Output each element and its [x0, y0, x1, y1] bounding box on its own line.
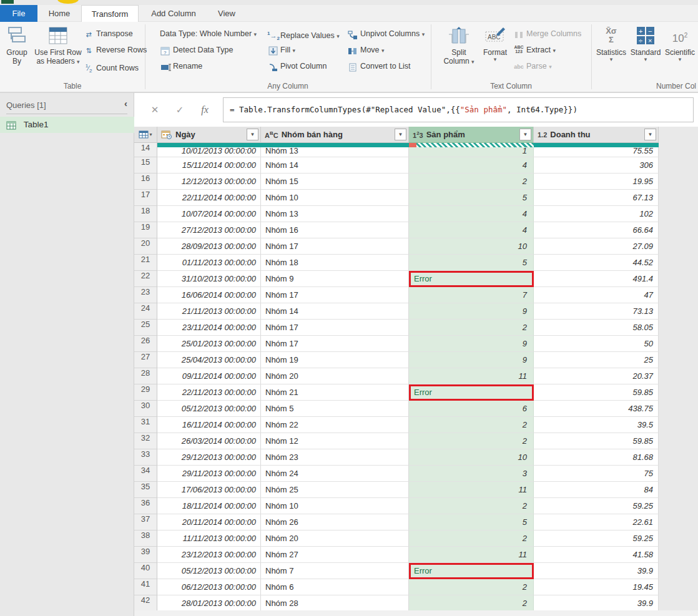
cell-doanh-thu[interactable]: 59.85	[534, 433, 659, 449]
cell-san-pham[interactable]: 4	[409, 222, 534, 238]
cell-nhom-ban-hang[interactable]: Nhóm 22	[261, 417, 409, 433]
extract-button[interactable]: ABC123Extract ▾	[513, 43, 556, 57]
cell-doanh-thu[interactable]: 102	[534, 206, 659, 222]
row-number[interactable]: 27	[134, 352, 157, 368]
row-number[interactable]: 15	[134, 157, 157, 174]
cell-nhom-ban-hang[interactable]: Nhóm 15	[261, 174, 409, 190]
cell-ngay[interactable]: 16/06/2014 00:00:00	[157, 287, 261, 303]
data-type-dropdown[interactable]: Data Type: Whole Number ▾	[160, 27, 257, 41]
cell-ngay[interactable]: 29/12/2013 00:00:00	[157, 449, 261, 466]
cell-nhom-ban-hang[interactable]: Nhóm 20	[261, 530, 409, 547]
row-number[interactable]: 20	[134, 238, 157, 255]
cell-doanh-thu[interactable]: 438.75	[534, 401, 659, 417]
cell-ngay[interactable]: 01/11/2013 00:00:00	[157, 255, 261, 271]
cell-ngay[interactable]: 17/06/2013 00:00:00	[157, 482, 261, 498]
cell-doanh-thu[interactable]: 20.37	[534, 368, 659, 384]
row-number[interactable]: 41	[134, 579, 157, 595]
cell-san-pham[interactable]: 7	[409, 287, 534, 303]
cell-doanh-thu[interactable]: 491.4	[534, 271, 659, 287]
tab-view[interactable]: View	[209, 5, 245, 22]
cell-doanh-thu[interactable]: 59.25	[534, 530, 659, 547]
query-item-table1[interactable]: Table1	[0, 117, 134, 133]
cell-san-pham[interactable]: 11	[409, 547, 534, 563]
cell-nhom-ban-hang[interactable]: Nhóm 5	[261, 401, 409, 417]
cell-san-pham-error[interactable]: Error	[409, 563, 534, 579]
cell-ngay[interactable]: 29/11/2013 00:00:00	[157, 466, 261, 482]
cell-san-pham[interactable]: 2	[409, 433, 534, 449]
cell-doanh-thu[interactable]: 59.85	[534, 384, 659, 401]
pivot-column-button[interactable]: Pivot Column	[267, 59, 327, 73]
unpivot-columns-button[interactable]: Unpivot Columns ▾	[347, 27, 425, 41]
rename-button[interactable]: Rename	[160, 59, 202, 73]
filter-dropdown-icon[interactable]: ▼	[644, 129, 656, 140]
cell-san-pham-error[interactable]: Error	[409, 384, 534, 401]
cell-nhom-ban-hang[interactable]: Nhóm 17	[261, 320, 409, 336]
cell-doanh-thu[interactable]: 19.95	[534, 174, 659, 190]
cell-doanh-thu[interactable]: 81.68	[534, 449, 659, 466]
convert-to-list-button[interactable]: Convert to List	[347, 59, 411, 73]
row-number[interactable]: 21	[134, 255, 157, 271]
row-number[interactable]: 26	[134, 336, 157, 352]
cell-nhom-ban-hang[interactable]: Nhóm 21	[261, 384, 409, 401]
reverse-rows-button[interactable]: ⇅Reverse Rows	[83, 43, 147, 57]
row-number[interactable]: 38	[134, 530, 157, 547]
filter-dropdown-icon[interactable]: ▼	[247, 129, 258, 140]
cell-doanh-thu[interactable]: 19.45	[534, 579, 659, 595]
cell-nhom-ban-hang[interactable]: Nhóm 12	[261, 433, 409, 449]
cell-ngay[interactable]: 16/11/2014 00:00:00	[157, 417, 261, 433]
cell-san-pham[interactable]: 4	[409, 157, 534, 174]
cell-ngay[interactable]: 22/11/2014 00:00:00	[157, 190, 261, 206]
cell-doanh-thu[interactable]: 58.05	[534, 320, 659, 336]
column-header-nhom-ban-hang[interactable]: ABC Nhóm bán hàng ▼	[261, 127, 409, 143]
tab-add-column[interactable]: Add Column	[139, 5, 209, 22]
cell-ngay[interactable]: 22/11/2013 00:00:00	[157, 384, 261, 401]
cell-nhom-ban-hang[interactable]: Nhóm 14	[261, 157, 409, 174]
tab-file[interactable]: File	[0, 5, 37, 22]
fill-button[interactable]: Fill ▾	[267, 43, 295, 57]
cell-doanh-thu[interactable]: 59.25	[534, 498, 659, 514]
cell-san-pham[interactable]: 2	[409, 498, 534, 514]
cell-nhom-ban-hang[interactable]: Nhóm 26	[261, 514, 409, 530]
cell-san-pham-error[interactable]: Error	[409, 271, 534, 287]
cell-san-pham[interactable]: 11	[409, 482, 534, 498]
cell-ngay[interactable]: 26/03/2014 00:00:00	[157, 433, 261, 449]
cell-nhom-ban-hang[interactable]: Nhóm 19	[261, 352, 409, 368]
formula-input[interactable]: = Table.TransformColumnTypes(#"Replaced …	[223, 97, 694, 122]
transpose-button[interactable]: ⇄Transpose	[83, 27, 133, 41]
cell-nhom-ban-hang[interactable]: Nhóm 17	[261, 287, 409, 303]
row-number[interactable]: 32	[134, 433, 157, 449]
cell-san-pham[interactable]: 9	[409, 352, 534, 368]
cell-san-pham[interactable]: 2	[409, 530, 534, 547]
standard-button[interactable]: +−÷× Standard ▾	[630, 26, 661, 62]
cell-doanh-thu[interactable]: 66.64	[534, 222, 659, 238]
cell-ngay[interactable]: 27/12/2013 00:00:00	[157, 222, 261, 238]
cell-san-pham[interactable]: 11	[409, 368, 534, 384]
collapse-pane-icon[interactable]: ‹	[124, 98, 127, 109]
cell-san-pham[interactable]: 2	[409, 417, 534, 433]
row-number[interactable]: 23	[134, 287, 157, 303]
cell-nhom-ban-hang[interactable]: Nhóm 20	[261, 368, 409, 384]
cell-nhom-ban-hang[interactable]: Nhóm 17	[261, 238, 409, 255]
cell-ngay[interactable]: 31/10/2013 00:00:00	[157, 271, 261, 287]
detect-data-type-button[interactable]: ?Detect Data Type	[160, 43, 233, 57]
cell-nhom-ban-hang[interactable]: Nhóm 9	[261, 271, 409, 287]
row-number[interactable]: 35	[134, 482, 157, 498]
cell-ngay[interactable]: 28/01/2013 00:00:00	[157, 595, 261, 610]
cell-ngay[interactable]: 05/12/2013 00:00:00	[157, 401, 261, 417]
move-button[interactable]: Move ▾	[347, 43, 385, 57]
cell-doanh-thu[interactable]: 50	[534, 336, 659, 352]
group-by-button[interactable]: Group By	[2, 26, 31, 66]
cell-nhom-ban-hang[interactable]: Nhóm 6	[261, 579, 409, 595]
cell-ngay[interactable]: 05/12/2013 00:00:00	[157, 563, 261, 579]
split-column-button[interactable]: Split Column ▾	[440, 26, 478, 66]
cell-ngay[interactable]: 25/04/2013 00:00:00	[157, 352, 261, 368]
cell-san-pham[interactable]: 2	[409, 174, 534, 190]
row-number[interactable]: 30	[134, 401, 157, 417]
cell-nhom-ban-hang[interactable]: Nhóm 7	[261, 563, 409, 579]
row-number[interactable]: 40	[134, 563, 157, 579]
cell-san-pham[interactable]: 5	[409, 255, 534, 271]
tab-home[interactable]: Home	[37, 5, 81, 22]
filter-dropdown-icon[interactable]: ▼	[519, 129, 531, 140]
cell-doanh-thu[interactable]: 306	[534, 157, 659, 174]
cell-san-pham[interactable]: 2	[409, 320, 534, 336]
